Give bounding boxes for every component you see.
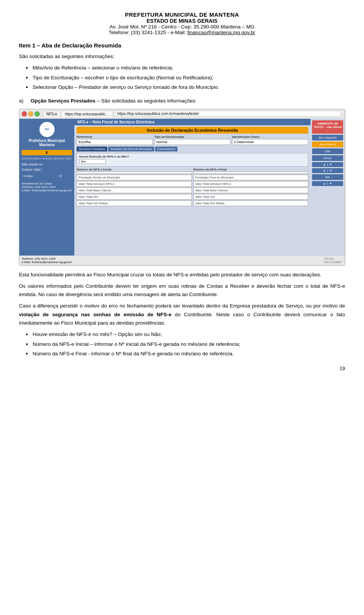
referencia-label: Referência — [77, 135, 153, 139]
tab-cancelamento[interactable]: Cancelament — [155, 147, 177, 151]
nfse-numbers-row: Número da NFS-e Inicial Número da NFS-e … — [77, 168, 308, 174]
header-line1: PREFEITURA MUNICIPAL DE MANTENA — [19, 11, 345, 18]
nfse-final-group: Número da NFS-e Final — [193, 168, 309, 174]
base-calc-mun[interactable]: Valor Total Base Cálculo — [77, 188, 192, 193]
sidebar-no-exists: Não existe no — [22, 162, 72, 166]
bullet-item: Tipo de Escrituração – escolher o tipo d… — [26, 74, 345, 82]
footer-contact: Telefone: (33) 3241-1325 e-Mail: financa… — [22, 257, 72, 264]
browser-sidebar: PM Prefeitura Municipal Mantena E Área R… — [19, 119, 74, 255]
bullet-item-2-2: Número da NFS-e Final - informar o Nº fi… — [26, 350, 345, 358]
page-number: 19 — [19, 366, 345, 371]
btn-aba-anterior[interactable]: Aba Anterior — [312, 142, 343, 147]
browser-main-area: NFS-e – Nota Fiscal de Serviços Eletrôni… — [74, 119, 311, 255]
sidebar-table: Código M — [22, 173, 72, 179]
stepper-3[interactable]: ▲1▼ — [312, 181, 343, 186]
sidebar-order: Ordem: Mês / — [22, 168, 72, 172]
stepper-2[interactable]: ▲1▼ — [312, 168, 343, 173]
nfse-inicial-label: Número da NFS-e Inicial — [77, 168, 192, 171]
prestacao-headers: Prestação Dentro do Município Prestação … — [77, 175, 308, 180]
bullet-list-2: Houve emissão de NFS-e no mês? – Opção s… — [19, 330, 345, 358]
browser-body: PM Prefeitura Municipal Mantena E Área R… — [19, 119, 345, 255]
valor-servicos-mun[interactable]: Valor Total Serviços NFS-e — [77, 181, 192, 187]
btn-incluir[interactable]: Incluir — [312, 155, 343, 161]
item-title: Item 1 – Aba de Declaração Resumida — [19, 42, 345, 49]
minimize-icon — [28, 111, 33, 117]
valor-servicos-fora[interactable]: Valor Total Serviços NFS-e — [193, 181, 309, 187]
escrituracao-input[interactable]: Normal — [154, 139, 231, 145]
btn-sair-bottom[interactable]: Sair — [312, 174, 343, 180]
emissao-label: Houve Emissão de NFS-e no Mês? — [79, 155, 129, 158]
footer-code: MS-3:138827 — [324, 260, 342, 264]
footer-status: 2/11/21 MS-3:138827 — [324, 257, 342, 264]
bullet-item-2-1: Número da NFS-e Inicial – informar o Nº … — [26, 340, 345, 348]
page-header: PREFEITURA MUNICIPAL DE MANTENA ESTADO D… — [19, 11, 345, 35]
iss-fora[interactable]: Valor Total ISS — [193, 194, 309, 200]
bullet-item-2-0: Houve emissão de NFS-e no mês? – Opção s… — [26, 330, 345, 339]
btn-sair-top[interactable]: Sair — [312, 148, 343, 154]
nfse-inicial-group: Número da NFS-e Inicial — [77, 168, 192, 174]
browser-tabs: NFS-e https://top.solucaopublic... — [43, 111, 112, 117]
sidebar-city: Mantena — [22, 143, 72, 147]
base-calc-fora[interactable]: Valor Total Base Cálculo — [193, 188, 309, 193]
emissao-section: Houve Emissão de NFS-e no Mês? Sim — [77, 153, 308, 167]
header-line3: Av. José Mol, Nº 216 - Centro - Cep: 35.… — [19, 24, 345, 30]
referencia-group: Referência Escolha — [77, 135, 153, 145]
section-a-label: a) — [19, 98, 24, 104]
iss-retido-mun[interactable]: Valor Total ISS Retido — [77, 200, 192, 206]
browser-right-panel: AMBIENTE DE TESTE – não oficial – Aba Se… — [311, 119, 345, 255]
close-icon — [22, 111, 27, 117]
sidebar-logo: PM Prefeitura Municipal Mantena — [22, 122, 72, 147]
bullet-item: Mês/Ano de Referência – selecionar o mês… — [26, 64, 345, 72]
browser-address-bar[interactable]: https://top.solucaopublica.com.br/manten… — [115, 111, 341, 117]
identificador-input[interactable]: A Determinar — [232, 139, 308, 145]
emissao-row: Houve Emissão de NFS-e no Mês? — [79, 155, 306, 158]
sidebar-attend-text: Atendimento ao Cidad — [22, 182, 72, 185]
iss-retido-fora[interactable]: Valor Total ISS Retido — [193, 200, 309, 206]
browser-topbar: NFS-e – Nota Fiscal de Serviços Eletrôni… — [74, 119, 311, 125]
header-tel-text: Telefone: (33) 3241-1325 - e-Mail: — [109, 30, 187, 35]
sidebar-breadcrumb: Área Restrita » Antonio Queiroz Neto — [22, 157, 72, 160]
bullet-item: Selecionar Opção – Prestador de serviço … — [26, 83, 345, 91]
sidebar-section-badge: E — [22, 150, 72, 155]
browser-footer: Telefone: (33) 3241-1325 e-Mail: financa… — [19, 255, 345, 265]
emissao-select[interactable]: Sim — [79, 159, 106, 164]
sidebar-col1: Código — [22, 174, 58, 178]
header-email-link[interactable]: financas@mantena.mg.gov.br — [187, 30, 255, 35]
header-line2: ESTADO DE MINAS GERAIS — [19, 18, 345, 24]
section-a-title: Opção Serviços Prestados — [31, 98, 96, 104]
logo-icon: PM — [39, 122, 55, 137]
area-label: Área Restrita — [22, 157, 39, 160]
header-line4: Telefone: (33) 3241-1325 - e-Mail: finan… — [19, 30, 345, 35]
btn-aba-seguinte[interactable]: Aba Seguinte — [312, 135, 343, 140]
escrituracao-label: Tipo de Escrituração — [154, 135, 231, 139]
stepper-1[interactable]: ▲1▼ — [312, 162, 343, 167]
sidebar-municipality: Prefeitura Municipal — [22, 139, 72, 143]
browser-controls — [22, 111, 40, 117]
prest-fora-header: Prestação Fora do Município — [193, 175, 309, 180]
tab-servicos-prestados[interactable]: Serviços Prestados — [77, 147, 107, 151]
browser-bar: NFS-e https://top.solucaopublic... https… — [19, 109, 345, 119]
form-area: Referência Escolha Tipo de Escrituração … — [74, 135, 311, 208]
sidebar-attend: Atendimento ao Cidad Telefone: (33) 3241… — [22, 182, 72, 192]
footer-date: 2/11/21 — [324, 257, 342, 260]
browser-tab-2[interactable]: https://top.solucaopublic... — [61, 111, 112, 117]
nfse-final-input[interactable] — [193, 172, 309, 174]
prest-mun-header: Prestação Dentro do Município — [77, 175, 192, 180]
user-label: » Antonio Queiroz Neto — [40, 157, 72, 160]
data-row-3: Valor Total ISS Valor Total ISS — [77, 194, 308, 200]
bullet-list-1: Mês/Ano de Referência – selecionar o mês… — [19, 64, 345, 91]
nfse-inicial-input[interactable] — [77, 172, 192, 174]
footer-tel: Telefone: (33) 3241-1325 — [22, 257, 72, 260]
sidebar-tel: Telefone: (33) 3241-1325 — [22, 185, 72, 189]
bold-text-1: violação de segurança nas senhas de emis… — [19, 312, 171, 317]
env-badge: AMBIENTE DE TESTE – não oficial – — [312, 120, 343, 134]
section-a-text: – São solicitadas as seguintes informaçõ… — [96, 98, 196, 104]
para-1: Esta funcionalidade permitirá ao Fisco M… — [19, 271, 345, 279]
tab-tomados[interactable]: Tomados de Fora do Município — [108, 147, 154, 151]
browser-tab-1[interactable]: NFS-e — [43, 111, 61, 117]
iss-mun[interactable]: Valor Total ISS — [77, 194, 192, 200]
intro-text: São solicitadas as seguintes informações… — [19, 52, 345, 61]
identificador-label: Identificador Único — [232, 135, 308, 139]
data-row-2: Valor Total Base Cálculo Valor Total Bas… — [77, 188, 308, 193]
referencia-input[interactable]: Escolha — [77, 139, 153, 145]
